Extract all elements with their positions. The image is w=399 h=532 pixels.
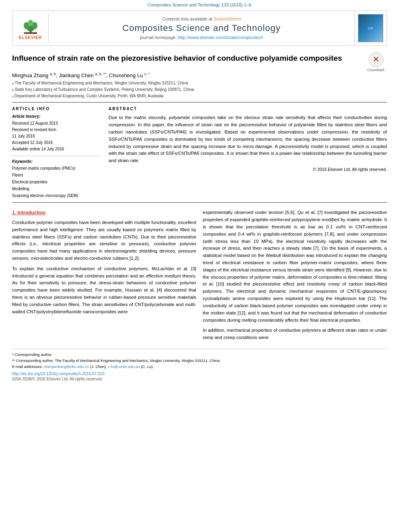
keyword-3: Electrical properties [12, 179, 101, 185]
right-paragraph-2: In addition, mechanical properties of co… [203, 327, 387, 341]
received-revised-label: Received in revised form [12, 127, 101, 133]
right-paragraph-1: experimentally observed under tension [5… [203, 209, 387, 324]
sciencedirect-link[interactable]: ScienceDirect [214, 16, 241, 21]
body-text-section: 1. Introduction Conductive polymer compo… [12, 209, 387, 345]
authors-line: Minghua Zhang a, b, Jiankang Chen a, b, … [12, 72, 387, 78]
keyword-4: Modelling [12, 185, 101, 192]
affiliation-c: c Department of Mechanical Engineering, … [12, 93, 387, 99]
corresponding-note-2: ** Corresponding author. The Faculty of … [12, 357, 387, 364]
affiliation-b: b State Key Laboratory of Turbulence and… [12, 86, 387, 92]
crossmark-label: CrossMark [367, 68, 385, 72]
introduction-heading: 1. Introduction [12, 209, 196, 217]
accepted-date: Accepted 12 July 2016 [12, 140, 101, 146]
article-title: Influence of strain rate on the piezores… [12, 50, 342, 64]
section-divider [12, 202, 387, 203]
footer-area: * Corresponding author. ** Corresponding… [12, 349, 387, 381]
journal-cover-image: CST [358, 14, 383, 42]
info-abstract-section: ARTICLE INFO Article history: Received 1… [12, 107, 387, 199]
keyword-1: Polymer-matrix composites (PMCs) [12, 165, 101, 172]
corresponding-note-1: * Corresponding author. [12, 351, 387, 357]
body-right-column: experimentally observed under tension [5… [203, 209, 387, 345]
elsevier-logo-area: ELSEVIER [12, 13, 49, 43]
abstract-column: ABSTRACT Due to the matrix viscosity, po… [109, 107, 387, 199]
keywords-label: Keywords: [12, 159, 101, 164]
email-link-2[interactable]: c.lu@curtin.edu.au [108, 364, 140, 369]
article-history-label: Article history: [12, 114, 101, 119]
elsevier-text-label: ELSEVIER [19, 35, 42, 40]
abstract-text: Due to the matrix viscosity, polyamide c… [109, 114, 387, 164]
abstract-heading: ABSTRACT [109, 107, 387, 111]
intro-paragraph-1: Conductive polymer composites have been … [12, 219, 196, 262]
elsevier-tree-icon [21, 16, 41, 35]
journal-reference-line: Composites Science and Technology 133 (2… [0, 0, 399, 9]
article-info-heading: ARTICLE INFO [12, 107, 101, 111]
email-footer: E-mail addresses: chenjiankang@nbu.edu.c… [12, 364, 387, 370]
journal-title: Composites Science and Technology [57, 23, 346, 33]
article-content: Influence of strain rate on the piezores… [12, 50, 387, 345]
affiliations: a The Faculty of Mechanical Engineering … [12, 80, 387, 99]
journal-homepage: journal homepage: http://www.elsevier.co… [57, 35, 346, 40]
copyright-line: © 2016 Elsevier Ltd. All rights reserved… [109, 167, 387, 172]
issn-line: 0266-3538/© 2016 Elsevier Ltd. All right… [12, 377, 387, 381]
crossmark-area[interactable]: ✕ CrossMark [365, 52, 387, 72]
svg-point-4 [28, 20, 33, 26]
journal-cover-area: CST [354, 11, 387, 45]
keyword-2: Fibers [12, 172, 101, 179]
email-link-1[interactable]: chenjiankang@nbu.edu.cn [44, 364, 89, 369]
svg-rect-5 [24, 32, 37, 34]
sciencedirect-line: Contents lists available at ScienceDirec… [57, 16, 346, 21]
received-date: Received 12 August 2015 [12, 120, 101, 127]
journal-header: ELSEVIER Contents lists available at Sci… [12, 10, 387, 46]
available-date: Available online 14 July 2016 [12, 146, 101, 152]
journal-title-area: Contents lists available at ScienceDirec… [49, 12, 354, 44]
affiliation-a: a The Faculty of Mechanical Engineering … [12, 80, 387, 86]
article-info-column: ARTICLE INFO Article history: Received 1… [12, 107, 101, 199]
doi-link[interactable]: http://dx.doi.org/10.1016/j.compscitech.… [12, 372, 387, 376]
intro-paragraph-2: To explain the conductive mechanism of c… [12, 265, 196, 316]
journal-homepage-link[interactable]: http://www.elsevier.com/locate/compscite… [178, 35, 263, 40]
title-row: Influence of strain rate on the piezores… [12, 50, 387, 72]
keyword-5: Scanning electron microscopy (SEM) [12, 192, 101, 199]
body-left-column: 1. Introduction Conductive polymer compo… [12, 209, 196, 345]
info-divider [12, 156, 101, 156]
title-divider [12, 102, 387, 103]
crossmark-icon[interactable]: ✕ [368, 52, 384, 67]
revised-date: 11 July 2016 [12, 133, 101, 140]
